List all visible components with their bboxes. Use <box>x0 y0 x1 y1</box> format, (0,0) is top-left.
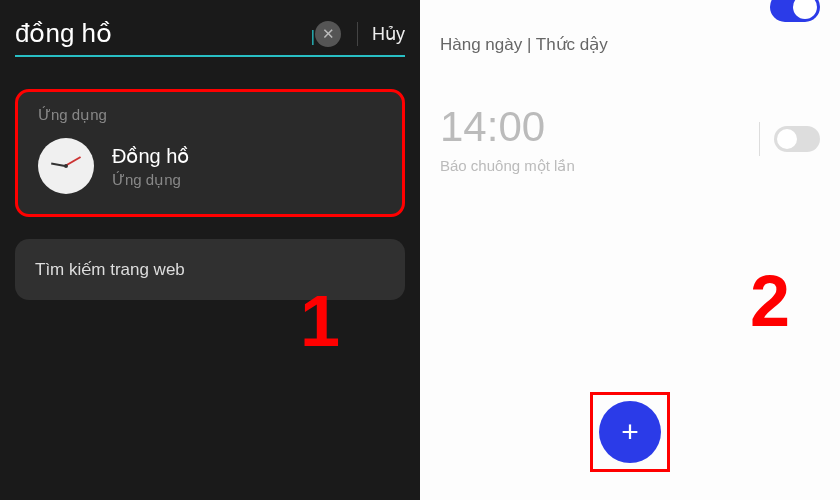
section-label: Ứng dụng <box>38 106 382 124</box>
search-input[interactable]: đồng hồ <box>15 18 311 49</box>
app-category: Ứng dụng <box>112 171 189 189</box>
plus-icon: + <box>621 415 639 449</box>
alarm-1[interactable] <box>440 0 820 22</box>
alarm-2[interactable]: 14:00 Báo chuông một lần <box>440 103 820 175</box>
clock-icon <box>38 138 94 194</box>
search-bar: đồng hồ| ✕ Hủy <box>15 0 405 57</box>
separator <box>357 22 358 46</box>
app-result-card[interactable]: Ứng dụng Đồng hồ Ứng dụng <box>15 89 405 217</box>
annotation-step-1: 1 <box>300 280 340 362</box>
separator <box>759 122 760 156</box>
app-name: Đồng hồ <box>112 144 189 168</box>
app-row[interactable]: Đồng hồ Ứng dụng <box>38 138 382 194</box>
alarm-screen: Hàng ngày | Thức dậy 14:00 Báo chuông mộ… <box>420 0 840 500</box>
alarm-2-desc: Báo chuông một lần <box>440 157 575 175</box>
clear-icon[interactable]: ✕ <box>315 21 341 47</box>
cancel-button[interactable]: Hủy <box>372 23 405 45</box>
annotation-step-2: 2 <box>750 260 790 342</box>
web-search-item[interactable]: Tìm kiếm trang web <box>15 239 405 300</box>
annotation-highlight: + <box>590 392 670 472</box>
alarm-2-time: 14:00 <box>440 103 575 151</box>
add-alarm-button[interactable]: + <box>599 401 661 463</box>
toggle-on-icon[interactable] <box>770 0 820 22</box>
search-screen: đồng hồ| ✕ Hủy Ứng dụng Đồng hồ Ứng dụng… <box>0 0 420 500</box>
toggle-off-icon[interactable] <box>774 126 820 152</box>
alarm-1-desc: Hàng ngày | Thức dậy <box>440 34 820 55</box>
